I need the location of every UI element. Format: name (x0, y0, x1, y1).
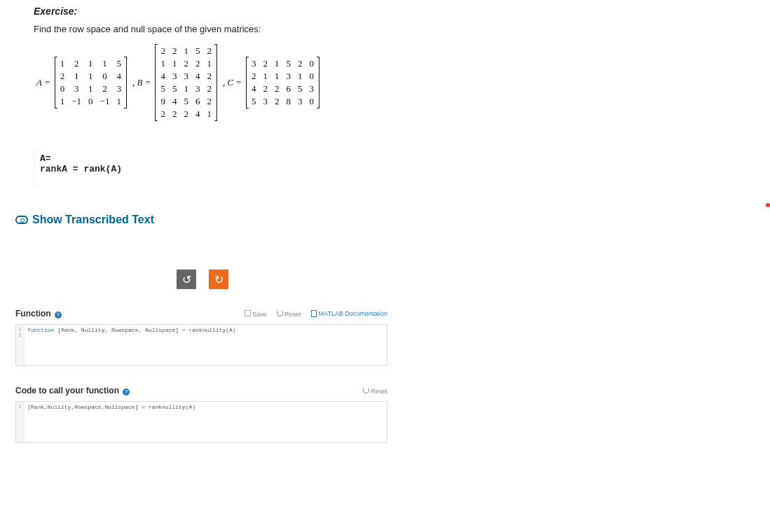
matrix-cell: 2 (275, 83, 280, 94)
matlab-doc-link[interactable]: MATLAB Documentation (311, 310, 387, 317)
matrix-cell: 2 (207, 46, 212, 57)
matrix-cell: 3 (298, 96, 303, 107)
call-code-panel[interactable]: 1 [Rank,Nullity,Rowspace,Nullspace] = ra… (15, 401, 387, 443)
exercise-desc: Find the row space and null space of the… (34, 24, 389, 34)
matrix-cell: 2 (184, 58, 188, 69)
matrix-cell: 1 (116, 96, 121, 107)
matrix-cell: 3 (252, 58, 256, 69)
matrix-b-label: , B = (132, 77, 151, 88)
matrix-cell: 3 (184, 71, 188, 82)
matrix-cell: 3 (116, 83, 121, 94)
matrix-cell: 2 (275, 96, 280, 107)
matrix-cell: 5 (252, 96, 256, 107)
matrix-cell: 5 (172, 83, 177, 94)
matrix-cell: 1 (207, 58, 212, 69)
matrix-cell: 1 (100, 58, 110, 69)
matrix-cell: 1 (207, 108, 212, 120)
matrix-cell: 3 (263, 96, 268, 107)
matrix-cell: 2 (100, 83, 110, 94)
matrix-cell: 4 (195, 71, 200, 82)
matrix-cell: 2 (172, 46, 177, 57)
matrix-cell: 2 (71, 58, 81, 69)
matrix-cell: 2 (195, 58, 200, 69)
matrix-cell: 1 (275, 58, 280, 69)
reset-icon (277, 310, 283, 316)
matrix-cell: 5 (287, 58, 291, 69)
matrix-cell: 0 (88, 96, 93, 107)
matrix-cell: 1 (184, 83, 188, 94)
matrix-cell: 1 (275, 71, 280, 82)
matrix-cell: 1 (88, 83, 93, 94)
show-transcribed-link[interactable]: Show Transcribed Text (15, 214, 403, 226)
undo-button[interactable]: ↺ (177, 270, 196, 289)
matrix-cell: 3 (195, 83, 200, 94)
matrix-cell: 3 (287, 71, 291, 82)
matrix-cell: 2 (207, 71, 212, 82)
matrix-cell: 5 (160, 83, 165, 94)
matrix-cell: 0 (310, 96, 315, 107)
save-link[interactable]: Save (245, 310, 267, 318)
matrix-cell: 2 (172, 108, 177, 120)
notification-dot-icon (766, 203, 770, 207)
matrix-cell: 2 (160, 46, 165, 57)
matrix-cell: −1 (100, 96, 110, 107)
matrix-cell: 1 (88, 71, 93, 82)
matrix-cell: 5 (298, 83, 303, 94)
matrix-cell: 1 (184, 46, 188, 57)
matrix-cell: 3 (71, 83, 81, 94)
matrix-cell: 2 (60, 71, 65, 82)
reset-link[interactable]: Reset (277, 310, 301, 318)
show-transcribed-label: Show Transcribed Text (32, 214, 154, 226)
matrix-cell: 0 (310, 71, 315, 82)
right-panel (403, 0, 770, 532)
matrix-cell: 1 (172, 58, 177, 69)
eye-icon (15, 216, 28, 224)
call-code-line: [Rank,Nullity,Rowspace,Nullspace] = rank… (16, 402, 387, 412)
info-icon[interactable]: ? (123, 388, 130, 396)
function-code-panel[interactable]: 1 2 function [Rank, Nullity, Rowspace, N… (15, 324, 387, 366)
matrix-cell: 8 (287, 96, 291, 107)
call-section-title: Code to call your function (15, 386, 119, 396)
reset-icon (363, 387, 369, 393)
matrix-cell: 3 (172, 71, 177, 82)
matrix-c-label: , C = (223, 77, 242, 88)
matrix-cell: 1 (60, 58, 65, 69)
matrix-cell: 1 (263, 71, 268, 82)
save-icon (245, 310, 251, 316)
matrix-cell: 6 (195, 96, 200, 107)
info-icon[interactable]: ? (55, 312, 62, 318)
matrix-cell: 4 (252, 83, 256, 94)
matrix-cell: 1 (160, 58, 165, 69)
exercise-title: Exercise: (34, 6, 389, 17)
matrix-cell: 2 (207, 83, 212, 94)
matrix-cell: 2 (160, 108, 165, 120)
matrix-cell: 2 (252, 71, 256, 82)
matrix-cell: 0 (60, 83, 65, 94)
matrix-cell: 2 (184, 108, 188, 120)
doc-icon (311, 310, 317, 317)
matrix-cell: 4 (195, 108, 200, 120)
matrix-cell: 4 (116, 71, 121, 82)
matrix-cell: 4 (160, 71, 165, 82)
matrix-cell: 3 (310, 83, 315, 94)
matrix-cell: 1 (71, 71, 81, 82)
matrix-cell: 1 (298, 71, 303, 82)
matrix-cell: 5 (184, 96, 188, 107)
redo-button[interactable]: ↻ (209, 270, 228, 289)
matrix-cell: 2 (263, 58, 268, 69)
matrix-cell: 0 (100, 71, 110, 82)
reset-call-link[interactable]: Reset (363, 387, 387, 395)
matrix-cell: 5 (116, 58, 121, 69)
matrix-cell: 6 (287, 83, 291, 94)
matrix-cell: 2 (298, 58, 303, 69)
matrix-cell: 1 (88, 58, 93, 69)
matrix-cell: 1 (60, 96, 65, 107)
matrix-cell: 4 (172, 96, 177, 107)
matrix-cell: 5 (195, 46, 200, 57)
matrix-cell: −1 (71, 96, 81, 107)
matrix-cell: 2 (263, 83, 268, 94)
function-section-title: Function (15, 309, 51, 318)
matrix-cell: 2 (207, 96, 212, 107)
code-line-2: rankA = rank(A) (40, 164, 397, 174)
matrices-row: A = 1211521104031231−10−11 , B = 2215211… (34, 44, 389, 121)
